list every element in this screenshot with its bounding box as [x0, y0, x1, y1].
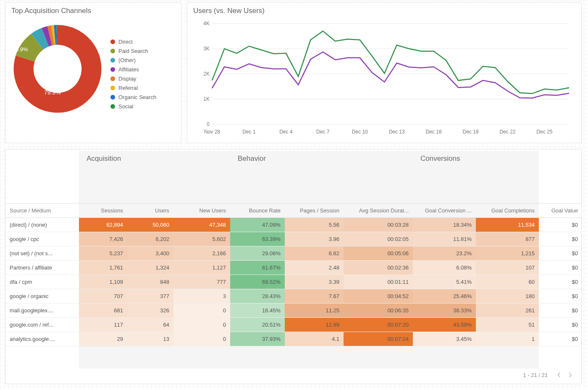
- table-cell: 0: [173, 304, 230, 318]
- table-cell: 29: [79, 332, 127, 346]
- svg-text:Nov 28: Nov 28: [204, 129, 220, 135]
- table-cell: 28.43%: [230, 289, 285, 304]
- legend-row[interactable]: Direct: [110, 37, 156, 46]
- table-cell: 61.67%: [230, 261, 285, 275]
- column-header[interactable]: Avg Session Durat...: [344, 204, 413, 218]
- table-cell: 3,400: [127, 246, 173, 261]
- column-header[interactable]: New Users: [173, 204, 230, 218]
- table-row[interactable]: (not set) / (not s...5,2373,4002,16629.0…: [5, 246, 582, 261]
- table-cell: (direct) / (none): [5, 218, 79, 232]
- legend-dot-icon: [110, 67, 115, 72]
- svg-text:Dec 4: Dec 4: [279, 129, 293, 135]
- table-cell: 180: [476, 289, 539, 304]
- table-cell: 00:04:52: [344, 289, 413, 304]
- table-cell: 6,202: [127, 232, 173, 246]
- table-cell: 877: [476, 232, 539, 246]
- table-cell: 13: [127, 332, 173, 346]
- table-row[interactable]: mall.googleplex....681326016.45%11.2500:…: [5, 304, 582, 318]
- legend-dot-icon: [110, 104, 115, 109]
- legend-row[interactable]: Organic Search: [110, 92, 156, 102]
- table-cell: 00:02:36: [344, 261, 413, 275]
- svg-text:0: 0: [207, 121, 210, 127]
- table-cell: google.com / ref...: [5, 318, 79, 332]
- table-cell: 1,109: [79, 275, 127, 289]
- svg-text:1K: 1K: [203, 96, 210, 102]
- table-cell: analytics.google....: [5, 332, 79, 346]
- table-cell: 777: [173, 275, 230, 289]
- table-cell: 11.81%: [413, 232, 476, 246]
- svg-text:Dec 13: Dec 13: [389, 129, 405, 135]
- column-header[interactable]: Pages / Session: [285, 204, 344, 218]
- table-cell: mall.googleplex....: [5, 304, 79, 318]
- legend-row[interactable]: Paid Search: [110, 46, 156, 55]
- pager-range: 1 - 21 / 21: [523, 372, 548, 378]
- legend-row[interactable]: (Other): [110, 55, 156, 65]
- svg-text:4K: 4K: [203, 21, 210, 26]
- table-cell: 20.51%: [230, 318, 285, 332]
- table-cell: 64: [127, 318, 173, 332]
- svg-text:Dec 22: Dec 22: [499, 129, 515, 135]
- legend-dot-icon: [110, 49, 115, 53]
- table-cell: 00:07:24: [344, 332, 413, 346]
- svg-text:2K: 2K: [203, 71, 210, 77]
- legend-row[interactable]: Referral: [110, 83, 156, 92]
- table-row[interactable]: analytics.google....2913037.93%4.100:07:…: [5, 332, 582, 346]
- table-cell: 00:03:28: [344, 218, 413, 232]
- column-header[interactable]: Source / Medium: [5, 204, 79, 218]
- legend-row[interactable]: Affiliates: [110, 65, 156, 74]
- column-header[interactable]: Goal Value: [539, 204, 582, 218]
- table-cell: 63.39%: [230, 232, 285, 246]
- table-cell: 1,127: [173, 261, 230, 275]
- table-cell: 0: [173, 318, 230, 332]
- column-header[interactable]: Users: [127, 204, 173, 218]
- table-cell: 6.82: [285, 246, 344, 261]
- donut-label-big: 79.9%: [44, 89, 61, 96]
- table-cell: dfa / cpm: [5, 275, 79, 289]
- table-row[interactable]: (direct) / (none)62,89450,06047,34847.09…: [5, 218, 582, 232]
- table-cell: 261: [476, 304, 539, 318]
- table-cell: $0: [539, 332, 582, 346]
- table-cell: 50,060: [127, 218, 173, 232]
- donut-title: Top Acquisition Channels: [5, 3, 181, 15]
- users-line-card: Users (vs. New Users) 01K2K3K4KNov 28Dec…: [187, 2, 582, 143]
- table-cell: 681: [79, 304, 127, 318]
- pager-prev-button[interactable]: [554, 369, 564, 380]
- table-cell: 16.45%: [230, 304, 285, 318]
- table-cell: 2,166: [173, 246, 230, 261]
- svg-text:Dec 1: Dec 1: [242, 129, 256, 135]
- column-header[interactable]: Sessions: [79, 204, 127, 218]
- table-cell: 848: [127, 275, 173, 289]
- legend-label: Affiliates: [118, 66, 139, 73]
- table-row[interactable]: google / cpc7,4266,2025,60263.39%3.9600:…: [5, 232, 582, 246]
- table-row[interactable]: Partners / affiliate1,7611,3241,12761.67…: [5, 261, 582, 275]
- table-cell: 00:07:20: [344, 318, 413, 332]
- table-cell: 5.56: [285, 218, 344, 232]
- table-cell: 00:02:05: [344, 232, 413, 246]
- pager-next-button[interactable]: [564, 369, 575, 380]
- table-cell: 5.41%: [413, 275, 476, 289]
- legend-dot-icon: [110, 95, 115, 99]
- table-pager: 1 - 21 / 21: [523, 369, 575, 380]
- column-header[interactable]: Bounce Rate: [230, 204, 285, 218]
- table-row[interactable]: google / organic707377328.43%7.6700:04:5…: [5, 289, 582, 304]
- legend-dot-icon: [110, 86, 115, 90]
- table-cell: 00:05:06: [344, 246, 413, 261]
- table-cell: 7,426: [79, 232, 127, 246]
- table-cell: $0: [539, 232, 582, 246]
- table-cell: 29.06%: [230, 246, 285, 261]
- table-row[interactable]: dfa / cpm1,10984877769.52%3.3900:01:115.…: [5, 275, 582, 289]
- table-group-label: Acquisition: [87, 154, 121, 163]
- table-group-label: Behavior: [238, 154, 266, 163]
- table-cell: 23.2%: [413, 246, 476, 261]
- column-header[interactable]: Goal Conversion ...: [413, 204, 476, 218]
- column-header[interactable]: Goal Completions: [476, 204, 539, 218]
- svg-text:Dec 7: Dec 7: [316, 129, 330, 135]
- legend-row[interactable]: Display: [110, 74, 156, 83]
- legend-row[interactable]: Social: [110, 102, 156, 111]
- table-cell: 43.59%: [413, 318, 476, 332]
- table-cell: 117: [79, 318, 127, 332]
- table-cell: 377: [127, 289, 173, 304]
- table-row[interactable]: google.com / ref...11764020.51%12.9900:0…: [5, 318, 582, 332]
- table-cell: 6.08%: [413, 261, 476, 275]
- table-cell: 38.33%: [413, 304, 476, 318]
